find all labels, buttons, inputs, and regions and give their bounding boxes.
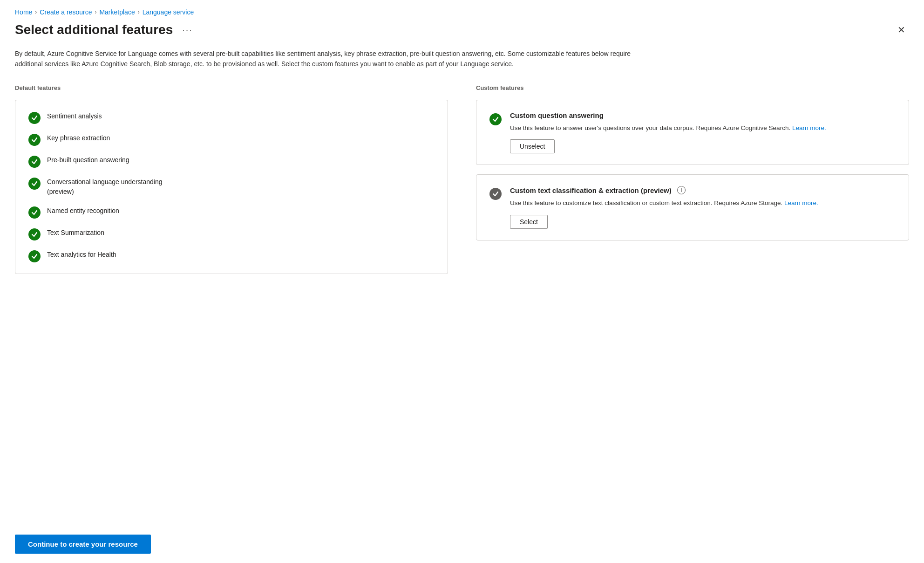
list-item: Text analytics for Health [28,250,435,262]
check-icon-text-summarization [28,228,41,240]
default-features-column: Default features Sentiment analysis Key … [15,84,448,274]
custom-card-content-2: Custom text classification & extraction … [510,186,896,229]
page-title: Select additional features [15,22,173,37]
custom-card-text-classification: Custom text classification & extraction … [476,174,909,240]
feature-conv-lang: Conversational language understanding(pr… [47,177,163,197]
list-item: Conversational language understanding(pr… [28,177,435,197]
header-left: Select additional features ··· [15,22,196,37]
check-icon-conv-lang [28,178,41,190]
list-item: Text Summarization [28,228,435,240]
custom-features-column: Custom features Custom question answerin… [476,84,909,274]
custom-card-content-1: Custom question answering Use this featu… [510,111,896,154]
custom-card-title-text-2: Custom text classification & extraction … [510,186,672,194]
custom-card-learn-more-2[interactable]: Learn more. [784,199,818,206]
breadcrumb-marketplace[interactable]: Marketplace [99,8,135,16]
info-icon[interactable]: i [677,186,686,194]
more-options-button[interactable]: ··· [179,24,196,36]
select-button[interactable]: Select [510,215,548,229]
footer: Continue to create your resource [0,525,924,563]
breadcrumb-language-service[interactable]: Language service [143,8,194,16]
feature-ner: Named entity recognition [47,206,119,216]
list-item: Key phrase extraction [28,133,435,146]
check-icon-ner [28,206,41,219]
feature-prebuilt-qa: Pre-built question answering [47,155,129,165]
custom-card-learn-more-1[interactable]: Learn more. [792,124,826,131]
default-features-title: Default features [15,84,448,91]
check-icon-text-health [28,250,41,262]
breadcrumb: Home › Create a resource › Marketplace ›… [0,0,924,21]
page-description: By default, Azure Cognitive Service for … [0,37,652,77]
custom-card-desc-text-2: Use this feature to customize text class… [510,199,782,206]
check-icon-prebuilt-qa [28,156,41,168]
custom-card-desc-text-1: Use this feature to answer user's questi… [510,124,790,131]
custom-card-desc-1: Use this feature to answer user's questi… [510,123,896,133]
check-icon-custom-text-class [489,188,502,200]
custom-card-desc-2: Use this feature to customize text class… [510,198,896,208]
check-icon-key-phrase [28,134,41,146]
custom-card-header-2: Custom text classification & extraction … [489,186,896,229]
feature-sentiment-analysis: Sentiment analysis [47,111,102,121]
content-area: Default features Sentiment analysis Key … [0,77,924,274]
breadcrumb-home[interactable]: Home [15,8,32,16]
custom-card-title-1: Custom question answering [510,111,896,119]
continue-button[interactable]: Continue to create your resource [15,535,151,554]
list-item: Named entity recognition [28,206,435,219]
breadcrumb-sep-2: › [95,9,96,15]
check-icon-sentiment [28,112,41,124]
custom-card-question-answering: Custom question answering Use this featu… [476,100,909,165]
breadcrumb-create-resource[interactable]: Create a resource [40,8,92,16]
feature-text-health: Text analytics for Health [47,250,116,260]
header-row: Select additional features ··· ✕ [0,22,924,37]
custom-features-title: Custom features [476,84,909,91]
custom-card-header-1: Custom question answering Use this featu… [489,111,896,154]
list-item: Sentiment analysis [28,111,435,124]
breadcrumb-sep-3: › [138,9,140,15]
feature-text-summarization: Text Summarization [47,228,104,238]
check-icon-custom-qa [489,113,502,125]
breadcrumb-sep-1: › [35,9,37,15]
feature-key-phrase: Key phrase extraction [47,133,110,143]
custom-card-title-2: Custom text classification & extraction … [510,186,896,194]
default-features-box: Sentiment analysis Key phrase extraction… [15,100,448,274]
close-button[interactable]: ✕ [894,22,909,37]
unselect-button[interactable]: Unselect [510,139,555,153]
list-item: Pre-built question answering [28,155,435,168]
